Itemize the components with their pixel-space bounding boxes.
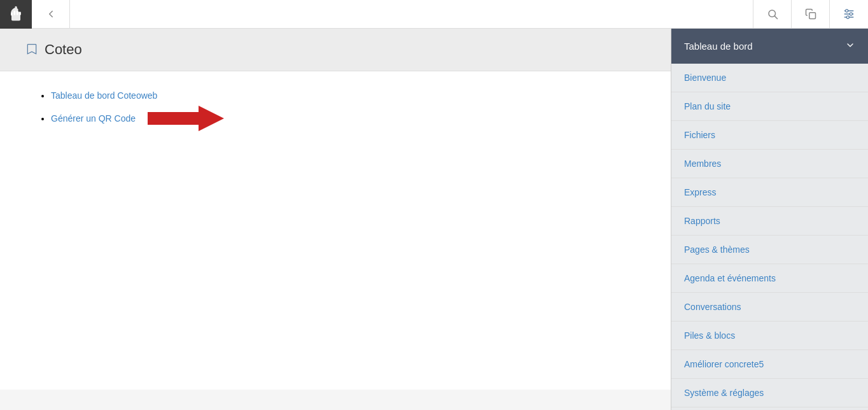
list-item: Tableau de bord Coteoweb [51, 90, 633, 101]
page-header: Coteo [0, 29, 671, 71]
sidebar-item-piles-blocs[interactable]: Piles & blocs [671, 322, 868, 350]
main-wrapper: Coteo Tableau de bord Coteoweb Générer u… [0, 29, 868, 410]
svg-rect-3 [11, 12, 13, 15]
settings-icon [843, 8, 855, 20]
svg-rect-6 [809, 13, 815, 19]
sidebar-item-express[interactable]: Express [671, 178, 868, 207]
page-body: Tableau de bord Coteoweb Générer un QR C… [0, 71, 671, 390]
link-generer-qr[interactable]: Générer un QR Code [51, 113, 136, 124]
address-bar[interactable] [70, 0, 753, 29]
sidebar-item-conversations[interactable]: Conversations [671, 293, 868, 322]
svg-rect-0 [14, 11, 16, 15]
back-arrow-icon [45, 8, 57, 20]
search-button[interactable] [753, 0, 792, 29]
sidebar-item-membres[interactable]: Membres [671, 150, 868, 178]
sidebar-item-plan-du-site[interactable]: Plan du site [671, 92, 868, 121]
svg-point-10 [846, 10, 848, 12]
red-arrow-annotation [148, 106, 224, 133]
sidebar-item-rapports[interactable]: Rapports [671, 207, 868, 236]
sidebar-nav: BienvenuePlan du siteFichiersMembresExpr… [671, 64, 868, 410]
link-tableau-bord[interactable]: Tableau de bord Coteoweb [51, 90, 157, 101]
sidebar-header[interactable]: Tableau de bord [671, 29, 868, 64]
copy-icon [805, 8, 816, 20]
sidebar-item-agenda-evenements[interactable]: Agenda et événements [671, 264, 868, 293]
chevron-down-icon[interactable] [845, 40, 855, 52]
page-title: Coteo [45, 41, 82, 58]
sidebar-header-title: Tableau de bord [684, 41, 753, 52]
sidebar-item-bienvenue[interactable]: Bienvenue [671, 64, 868, 92]
sidebar-item-fichiers[interactable]: Fichiers [671, 121, 868, 150]
bookmark-icon [25, 43, 38, 57]
svg-marker-13 [148, 106, 224, 131]
svg-point-12 [846, 16, 849, 18]
page-links-list: Tableau de bord Coteoweb Générer un QR C… [38, 90, 633, 133]
copy-button[interactable] [792, 0, 830, 29]
svg-point-11 [850, 13, 852, 15]
svg-rect-2 [19, 12, 21, 15]
logo-icon [7, 5, 25, 23]
sidebar-item-systeme-reglages[interactable]: Système & réglages [671, 379, 868, 407]
settings-button[interactable] [830, 0, 868, 29]
back-button[interactable] [32, 0, 70, 29]
sidebar-item-pages-themes[interactable]: Pages & thèmes [671, 236, 868, 264]
svg-line-5 [774, 16, 777, 18]
logo-button[interactable] [0, 0, 32, 29]
svg-rect-1 [17, 11, 18, 15]
toolbar [0, 0, 868, 29]
content-area: Coteo Tableau de bord Coteoweb Générer u… [0, 29, 671, 410]
right-sidebar: Tableau de bord BienvenuePlan du siteFic… [671, 29, 868, 410]
sidebar-item-ameliorer-concrete5[interactable]: Améliorer concrete5 [671, 350, 868, 379]
list-item: Générer un QR Code [51, 106, 633, 133]
search-icon [767, 8, 778, 20]
